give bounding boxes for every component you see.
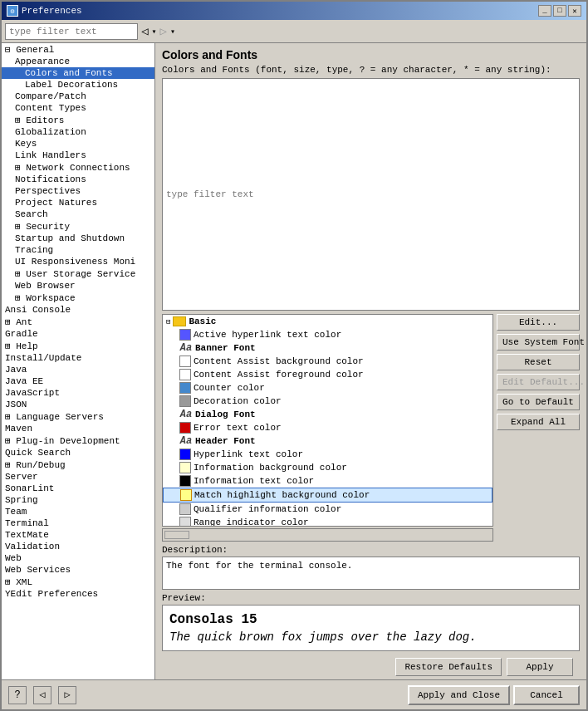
item-label: Information text color xyxy=(194,476,314,486)
maximize-button[interactable]: □ xyxy=(553,5,566,17)
tree-item-error-text-color[interactable]: Error text color xyxy=(163,421,492,434)
tree-item-content-assist-bg[interactable]: Content Assist background color xyxy=(163,355,492,368)
sidebar-item-perspectives[interactable]: Perspectives xyxy=(2,185,154,197)
sidebar-item-label-decorations[interactable]: Label Decorations xyxy=(2,79,154,91)
sidebar-item-ansi-console[interactable]: Ansi Console xyxy=(2,304,154,316)
help-icon[interactable]: ? xyxy=(8,686,27,704)
sidebar-item-install-update[interactable]: Install/Update xyxy=(2,352,154,364)
tree-item-active-hyperlink[interactable]: Active hyperlink text color xyxy=(163,328,492,341)
tree-item-dialog-font[interactable]: Aa Dialog Font xyxy=(163,408,492,421)
sidebar-item-content-types[interactable]: Content Types xyxy=(2,102,154,114)
main-content: ⊟ General Appearance Colors and Fonts La… xyxy=(2,43,586,679)
title-bar-buttons[interactable]: _ □ ✕ xyxy=(538,5,581,17)
sidebar-item-keys[interactable]: Keys xyxy=(2,138,154,150)
cancel-button[interactable]: Cancel xyxy=(513,685,580,705)
sidebar-item-web[interactable]: Web xyxy=(2,552,154,564)
sidebar-item-ui-responsiveness[interactable]: UI Responsiveness Moni xyxy=(2,256,154,267)
filter-input[interactable] xyxy=(5,23,138,40)
sidebar-item-workspace[interactable]: ⊞ Workspace xyxy=(2,292,154,304)
tree-item-banner-font[interactable]: Aa Banner Font xyxy=(163,341,492,355)
sidebar-item-textmate[interactable]: TextMate xyxy=(2,529,154,541)
tree-item-content-assist-fg[interactable]: Content Assist foreground color xyxy=(163,368,492,381)
horizontal-scrollbar[interactable] xyxy=(162,528,493,542)
reset-button[interactable]: Reset xyxy=(497,354,580,370)
cf-filter-input[interactable] xyxy=(162,78,580,311)
sidebar-item-link-handlers[interactable]: Link Handlers xyxy=(2,150,154,161)
sidebar-item-plugin-development[interactable]: ⊞ Plug-in Development xyxy=(2,434,154,447)
use-system-font-button[interactable]: Use System Font xyxy=(497,334,580,351)
sidebar-item-maven[interactable]: Maven xyxy=(2,423,154,434)
tree-item-header-font[interactable]: Aa Header Font xyxy=(163,434,492,448)
tree-group-basic[interactable]: ⊟ Basic xyxy=(163,315,492,328)
sidebar-item-notifications[interactable]: Notifications xyxy=(2,174,154,185)
toolbar-nav-forward[interactable]: ▷ xyxy=(159,24,166,38)
sidebar-item-colors-fonts[interactable]: Colors and Fonts xyxy=(2,67,154,79)
font-icon: Aa xyxy=(179,435,193,447)
tree-item-hyperlink-color[interactable]: Hyperlink text color xyxy=(163,448,492,461)
sidebar-item-tracing[interactable]: Tracing xyxy=(2,244,154,256)
back-icon[interactable]: ◁ xyxy=(33,686,51,704)
sidebar-item-search[interactable]: Search xyxy=(2,208,154,220)
sidebar-item-json[interactable]: JSON xyxy=(2,399,154,410)
sidebar-item-startup-shutdown[interactable]: Startup and Shutdown xyxy=(2,233,154,244)
title-bar: ⚙ Preferences _ □ ✕ xyxy=(2,2,586,20)
sidebar-item-terminal[interactable]: Terminal xyxy=(2,517,154,529)
sidebar-item-editors[interactable]: ⊞ Editors xyxy=(2,114,154,126)
tree-item-decoration-color[interactable]: Decoration color xyxy=(163,395,492,408)
tree-item-qualifier-color[interactable]: Qualifier information color xyxy=(163,503,492,516)
sidebar-item-ant[interactable]: ⊞ Ant xyxy=(2,316,154,328)
forward-icon[interactable]: ▷ xyxy=(58,686,76,704)
tree-item-counter-color[interactable]: Counter color xyxy=(163,381,492,395)
go-to-default-button[interactable]: Go to Default xyxy=(497,394,580,410)
tree-item-match-highlight[interactable]: Match highlight background color xyxy=(163,488,492,503)
sidebar-item-xml[interactable]: ⊞ XML xyxy=(2,576,154,588)
close-button[interactable]: ✕ xyxy=(568,5,581,17)
color-swatch xyxy=(179,503,191,515)
sidebar-item-web-services[interactable]: Web Services xyxy=(2,564,154,576)
sidebar-item-spring[interactable]: Spring xyxy=(2,494,154,506)
colors-fonts-area: Colors and Fonts (font, size, type, ? = … xyxy=(155,65,586,679)
color-swatch xyxy=(179,382,191,394)
restore-defaults-button[interactable]: Restore Defaults xyxy=(395,658,502,676)
sidebar-item-network-connections[interactable]: ⊞ Network Connections xyxy=(2,161,154,174)
edit-default-button[interactable]: Edit Default... xyxy=(497,374,580,390)
sidebar-item-java-ee[interactable]: Java EE xyxy=(2,375,154,387)
sidebar-item-appearance[interactable]: Appearance xyxy=(2,56,154,67)
sidebar-item-help[interactable]: ⊞ Help xyxy=(2,340,154,352)
color-swatch xyxy=(179,449,191,460)
sidebar-item-team[interactable]: Team xyxy=(2,506,154,517)
item-label: Content Assist foreground color xyxy=(194,370,364,380)
tree-item-info-bg-color[interactable]: Information background color xyxy=(163,461,492,474)
minimize-button[interactable]: _ xyxy=(538,5,551,17)
sidebar-item-user-storage[interactable]: ⊞ User Storage Service xyxy=(2,267,154,280)
sidebar-item-javascript[interactable]: JavaScript xyxy=(2,387,154,399)
expand-all-button[interactable]: Expand All xyxy=(497,414,580,430)
group-label: Basic xyxy=(189,316,216,326)
sidebar-item-server[interactable]: Server xyxy=(2,471,154,483)
apply-and-close-button[interactable]: Apply and Close xyxy=(408,685,510,705)
color-tree[interactable]: ⊟ Basic Active hyperlink text color Aa B… xyxy=(162,314,493,527)
toolbar-nav-back[interactable]: ◁ xyxy=(141,24,148,38)
sidebar-item-language-servers[interactable]: ⊞ Language Servers xyxy=(2,410,154,423)
sidebar-item-quick-search[interactable]: Quick Search xyxy=(2,447,154,458)
apply-button[interactable]: Apply xyxy=(507,658,573,676)
sidebar-item-security[interactable]: ⊞ Security xyxy=(2,220,154,233)
sidebar-item-web-browser[interactable]: Web Browser xyxy=(2,280,154,292)
sidebar-item-yedit[interactable]: YEdit Preferences xyxy=(2,588,154,600)
sidebar-item-general[interactable]: ⊟ General xyxy=(2,43,154,56)
tree-item-info-text-color[interactable]: Information text color xyxy=(163,474,492,488)
edit-button[interactable]: Edit... xyxy=(497,314,580,331)
sidebar-item-gradle[interactable]: Gradle xyxy=(2,328,154,340)
sidebar-item-compare-patch[interactable]: Compare/Patch xyxy=(2,91,154,102)
sidebar-item-run-debug[interactable]: ⊞ Run/Debug xyxy=(2,458,154,471)
sidebar-item-sonarlint[interactable]: SonarLint xyxy=(2,483,154,494)
sidebar-item-validation[interactable]: Validation xyxy=(2,541,154,552)
color-swatch xyxy=(179,462,191,473)
tree-item-range-indicator[interactable]: Range indicator color xyxy=(163,516,492,527)
sidebar-item-project-natures[interactable]: Project Natures xyxy=(2,197,154,208)
scrollbar-thumb[interactable] xyxy=(164,531,189,539)
sidebar-item-java[interactable]: Java xyxy=(2,364,154,375)
sidebar[interactable]: ⊟ General Appearance Colors and Fonts La… xyxy=(2,43,155,679)
item-label: Error text color xyxy=(194,423,282,433)
sidebar-item-globalization[interactable]: Globalization xyxy=(2,126,154,138)
